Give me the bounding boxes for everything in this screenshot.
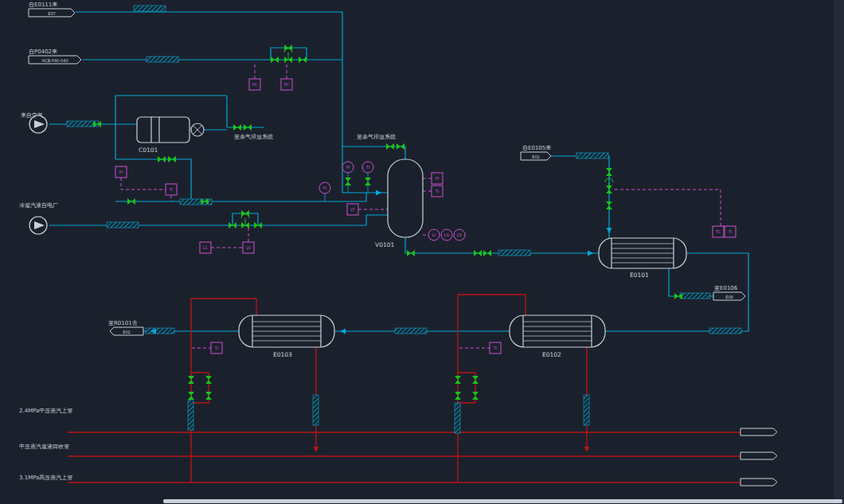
steam-riser-e0103[interactable] [191, 299, 256, 483]
valve-icon[interactable] [472, 376, 479, 384]
offpage-connector[interactable]: HCB-P40-040 [29, 56, 81, 64]
instrument-box[interactable]: PI [115, 166, 127, 178]
valve-icon[interactable] [345, 178, 351, 186]
instrument-tag: FC [284, 82, 290, 87]
offpage-connector[interactable]: E02 [521, 152, 551, 160]
vertical-scroll-area[interactable] [834, 0, 844, 504]
instrument-tag: LV [246, 245, 251, 250]
exchanger-e0102[interactable] [510, 315, 605, 347]
label-from-air: 来自空气 [21, 112, 43, 119]
control-valve-icon[interactable] [241, 214, 249, 229]
offpage-connector[interactable]: E02 [110, 327, 143, 335]
valve-icon[interactable] [483, 250, 491, 256]
instrument-bubble[interactable]: LS [454, 229, 465, 240]
steam-bypass-e0103[interactable] [191, 373, 209, 403]
valve-icon[interactable] [205, 392, 212, 400]
valve-icon[interactable] [271, 57, 279, 63]
steam-riser-e0102[interactable] [458, 295, 526, 483]
instrument-box[interactable]: TI [725, 226, 736, 237]
offpage-connector[interactable] [740, 428, 777, 436]
valve-icon[interactable] [407, 250, 415, 256]
label-to-vent-1: 至余气排放系统 [234, 134, 273, 140]
pipe-c0101-discharge[interactable] [115, 193, 366, 201]
instrument-bubble[interactable]: PI [342, 162, 354, 173]
instrument-bubble[interactable]: TI [362, 162, 373, 173]
instrument-box[interactable]: FC [281, 79, 292, 90]
valve-icon[interactable] [127, 198, 135, 205]
instrument-tag: TI [435, 189, 440, 193]
valve-icon[interactable] [188, 392, 194, 400]
instrument-box[interactable]: LT [347, 204, 358, 215]
instrument-tag: TC [715, 229, 721, 234]
vessel-v0101[interactable] [388, 159, 423, 237]
pipe-condensate-inlet[interactable] [49, 215, 388, 225]
instrument-bubble[interactable]: LG [441, 229, 452, 240]
valve-icon[interactable] [241, 210, 249, 217]
offpage-connector[interactable] [740, 479, 777, 486]
flow-arrow [340, 329, 346, 334]
instrument-box[interactable]: TI [166, 184, 177, 195]
instrument-box[interactable]: TI [211, 342, 222, 354]
valve-icon[interactable] [284, 45, 292, 51]
valve-icon[interactable] [472, 392, 479, 400]
valve-icon[interactable] [244, 124, 252, 131]
tag-c0101: C0101 [139, 147, 158, 154]
valve-icon[interactable] [455, 376, 461, 384]
pipe-to-e0106[interactable] [669, 268, 713, 296]
flow-arrow [588, 251, 593, 256]
line-number-tags [67, 6, 741, 433]
label-to-r0101: 至R0101去 [108, 320, 138, 326]
instrument-box[interactable]: PI [432, 173, 443, 184]
instrument-tag: FI [323, 186, 326, 190]
instrument-bubble[interactable]: FI [319, 182, 330, 193]
valve-icon[interactable] [158, 156, 166, 162]
compressor-c0101[interactable] [137, 117, 204, 143]
offpage-connector[interactable] [740, 452, 777, 459]
label-header-mp-steam: 2.4MPa中压蒸汽上管 [19, 408, 72, 414]
flow-arrow [314, 447, 319, 452]
valve-icon[interactable] [386, 143, 394, 150]
steam-bypass-e0102[interactable] [458, 373, 475, 403]
instrument-box[interactable]: TI [490, 342, 501, 354]
connector-tag: HCB-P40-040 [41, 58, 68, 63]
instrument-bubble[interactable]: LI [428, 229, 440, 240]
tag-e0102: E0102 [542, 351, 561, 358]
valve-icon[interactable] [474, 250, 482, 256]
line-number-tag [188, 400, 193, 430]
instrument-tag: LI [432, 232, 436, 237]
instrument-box[interactable]: LC [200, 242, 211, 253]
instrument-tag: TI [214, 346, 219, 350]
pid-drawing-canvas[interactable]: PCFCPITIFIPITIPITILILGLSTCTITITILCLVLT E… [0, 0, 844, 504]
instrument-box[interactable]: TC [713, 226, 724, 237]
line-number-tag [576, 153, 608, 158]
valve-icon[interactable] [299, 57, 307, 63]
instrument-box[interactable]: PC [249, 79, 260, 90]
pipe-from-e0105[interactable] [549, 156, 609, 238]
pipe-c0101-loop[interactable] [115, 96, 227, 159]
instrument-box[interactable]: LV [243, 242, 254, 253]
valve-icon[interactable] [205, 376, 212, 384]
valve-icon[interactable] [397, 143, 404, 150]
valve-icon[interactable] [606, 201, 612, 209]
horizontal-scrollbar[interactable] [163, 499, 842, 503]
line-number-tag [313, 395, 318, 425]
exchanger-e0101[interactable] [599, 238, 686, 268]
offpage-connector[interactable]: E08 [713, 292, 745, 300]
valve-icon[interactable] [606, 168, 612, 176]
valve-icon[interactable] [674, 293, 682, 299]
offpage-connectors: E07HCB-P40-040E02E08E02 [29, 9, 777, 486]
valve-icon[interactable] [455, 392, 461, 400]
control-valve-icon[interactable] [284, 49, 292, 63]
valve-icon[interactable] [233, 124, 241, 131]
pump-condensate-symbol[interactable] [29, 217, 47, 234]
steam-piping[interactable] [68, 295, 740, 483]
valve-icon[interactable] [365, 178, 371, 186]
flow-arrow [376, 190, 381, 196]
valve-icon[interactable] [168, 156, 176, 162]
pipe-v0101-vent[interactable] [342, 147, 405, 159]
pipe-c0101-drain[interactable] [115, 159, 191, 201]
exchanger-e0103[interactable] [239, 315, 334, 347]
offpage-connector[interactable]: E07 [29, 9, 75, 17]
instrument-box[interactable]: TI [432, 186, 443, 197]
valve-icon[interactable] [188, 376, 194, 384]
